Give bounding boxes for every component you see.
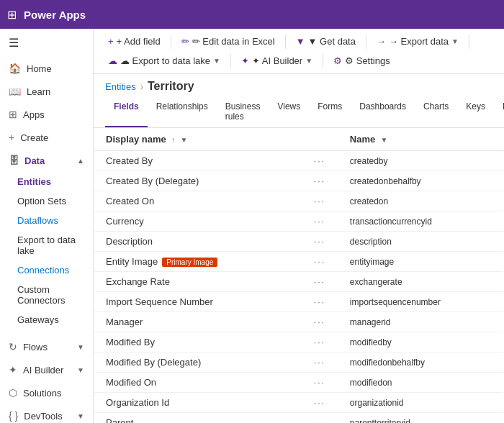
- sidebar-item-create-label: Create: [20, 132, 48, 143]
- add-field-button[interactable]: + + Add field: [102, 33, 166, 50]
- sidebar-item-create[interactable]: + Create: [0, 126, 93, 149]
- table-area: Display name ↑ ▼ Name ▼ Created By···cre…: [94, 128, 504, 423]
- gateways-label: Gateways: [17, 314, 59, 325]
- tab-views[interactable]: Views: [269, 97, 309, 127]
- tab-relationships[interactable]: Relationships: [148, 97, 217, 127]
- tab-data[interactable]: Data: [494, 97, 504, 127]
- name-cell: createdonbehalfby: [338, 171, 503, 191]
- display-name-value: Created By (Delegate): [106, 176, 199, 186]
- edit-excel-button[interactable]: ✏ ✏ Edit data in Excel: [176, 33, 281, 50]
- dots-cell[interactable]: ···: [302, 252, 338, 272]
- col-display-name-label: Display name: [106, 134, 166, 145]
- dots-cell[interactable]: ···: [302, 292, 338, 312]
- dots-cell[interactable]: ···: [302, 272, 338, 292]
- display-name-value: Modified By: [106, 337, 155, 347]
- name-cell: modifiedby: [338, 332, 503, 352]
- dots-cell[interactable]: ···: [302, 393, 338, 413]
- sidebar-item-home[interactable]: 🏠 Home: [0, 57, 93, 80]
- create-icon: +: [9, 132, 14, 143]
- chevron-up-icon: ▲: [77, 157, 84, 165]
- lake-dropdown-icon: ▼: [213, 57, 220, 65]
- table-row[interactable]: Created By (Delegate)···createdonbehalfb…: [94, 171, 503, 191]
- entities-breadcrumb-link[interactable]: Entities: [105, 81, 136, 92]
- dots-cell[interactable]: ···: [302, 151, 338, 171]
- sidebar-item-learn[interactable]: 📖 Learn: [0, 80, 93, 103]
- get-data-icon: ▼: [296, 36, 305, 47]
- export-data-lake-label: ☁ Export to data lake: [120, 55, 210, 66]
- get-data-button[interactable]: ▼ ▼ Get data: [290, 33, 361, 50]
- dots-cell[interactable]: ···: [302, 191, 338, 212]
- topbar: ⊞ Power Apps: [0, 0, 504, 29]
- sidebar-item-export-data-lake[interactable]: Export to data lake: [9, 230, 93, 260]
- dots-cell[interactable]: ···: [302, 171, 338, 191]
- name-cell: organizationid: [338, 393, 503, 413]
- display-name-value: Parent: [106, 417, 133, 423]
- sidebar-item-dataflows[interactable]: Dataflows: [9, 211, 93, 230]
- table-row[interactable]: Manager···managerid: [94, 312, 503, 332]
- sidebar-data-submenu: Entities Option Sets Dataflows Export to…: [0, 172, 93, 329]
- sidebar-item-solutions[interactable]: ⬡ Solutions: [0, 381, 93, 404]
- table-row[interactable]: Exchange Rate···exchangerate: [94, 272, 503, 292]
- sidebar-item-apps[interactable]: ⊞ Apps: [0, 103, 93, 126]
- toolbar-sep-2: [285, 35, 286, 49]
- name-cell: createdon: [338, 191, 503, 212]
- sidebar-item-option-sets[interactable]: Option Sets: [9, 191, 93, 211]
- name-cell: modifiedon: [338, 373, 503, 393]
- tab-dashboards[interactable]: Dashboards: [351, 97, 415, 127]
- tab-fields[interactable]: Fields: [105, 97, 148, 127]
- sidebar-item-connections[interactable]: Connections: [9, 260, 93, 280]
- dots-cell[interactable]: ···: [302, 332, 338, 352]
- settings-button[interactable]: ⚙ ⚙ Settings: [328, 53, 396, 69]
- dots-cell[interactable]: ···: [302, 232, 338, 252]
- col-name[interactable]: Name ▼: [338, 128, 503, 151]
- sidebar-item-entities[interactable]: Entities: [9, 172, 93, 191]
- sidebar-item-custom-connectors[interactable]: Custom Connectors: [9, 280, 93, 310]
- table-row[interactable]: Parent···parentterritoryid: [94, 413, 503, 424]
- custom-connectors-label: Custom Connectors: [17, 284, 84, 306]
- sidebar-item-data-label: Data: [24, 155, 45, 166]
- table-row[interactable]: Modified On···modifiedon: [94, 373, 503, 393]
- fields-table: Display name ↑ ▼ Name ▼ Created By···cre…: [94, 128, 504, 423]
- sidebar-item-solutions-label: Solutions: [23, 388, 61, 399]
- table-row[interactable]: Currency···transactioncurrencyid: [94, 212, 503, 232]
- ai-builder-button[interactable]: ✦ ✦ AI Builder ▼: [235, 53, 318, 69]
- settings-label: ⚙ Settings: [345, 55, 390, 66]
- dots-cell[interactable]: ···: [302, 212, 338, 232]
- table-row[interactable]: Modified By (Delegate)···modifiedonbehal…: [94, 352, 503, 373]
- sidebar-item-gateways[interactable]: Gateways: [9, 310, 93, 329]
- tab-forms[interactable]: Forms: [309, 97, 351, 127]
- breadcrumb: Entities › Territory: [94, 74, 504, 94]
- table-row[interactable]: Entity ImagePrimary Image···entityimage: [94, 252, 503, 272]
- flows-icon: ↻: [9, 341, 17, 352]
- data-icon: 🗄: [9, 155, 19, 166]
- display-name-cell: Description: [94, 232, 302, 252]
- export-data-button[interactable]: → → Export data ▼: [371, 33, 464, 50]
- table-row[interactable]: Organization Id···organizationid: [94, 393, 503, 413]
- tab-charts[interactable]: Charts: [415, 97, 457, 127]
- table-row[interactable]: Description···description: [94, 232, 503, 252]
- dots-cell[interactable]: ···: [302, 373, 338, 393]
- name-cell: parentterritoryid: [338, 413, 503, 424]
- hamburger-button[interactable]: ☰: [0, 29, 93, 57]
- cloud-icon: ☁: [108, 55, 117, 66]
- content-area: + + Add field ✏ ✏ Edit data in Excel ▼ ▼…: [94, 29, 504, 423]
- table-row[interactable]: Modified By···modifiedby: [94, 332, 503, 352]
- dots-cell[interactable]: ···: [302, 312, 338, 332]
- sidebar-item-ai-builder[interactable]: ✦ AI Builder ▼: [0, 358, 93, 381]
- dots-cell[interactable]: ···: [302, 352, 338, 373]
- export-data-lake-button[interactable]: ☁ ☁ Export to data lake ▼: [102, 53, 226, 69]
- sidebar-item-devtools[interactable]: { } DevTools ▼: [0, 404, 93, 423]
- col-display-name[interactable]: Display name ↑ ▼: [94, 128, 302, 151]
- sidebar-item-flows[interactable]: ↻ Flows ▼: [0, 335, 93, 358]
- toolbar-sep-4: [469, 35, 469, 49]
- sidebar-item-data[interactable]: 🗄 Data ▲: [0, 149, 93, 172]
- table-row[interactable]: Created By···createdby: [94, 151, 503, 171]
- table-row[interactable]: Import Sequence Number···importsequencen…: [94, 292, 503, 312]
- dots-cell[interactable]: ···: [302, 413, 338, 424]
- table-row[interactable]: Created On···createdon: [94, 191, 503, 212]
- tab-business-rules[interactable]: Business rules: [217, 97, 269, 127]
- home-icon: 🏠: [9, 63, 21, 74]
- display-name-value: Entity Image: [106, 256, 158, 267]
- sidebar-item-apps-label: Apps: [23, 109, 45, 120]
- tab-keys[interactable]: Keys: [457, 97, 494, 127]
